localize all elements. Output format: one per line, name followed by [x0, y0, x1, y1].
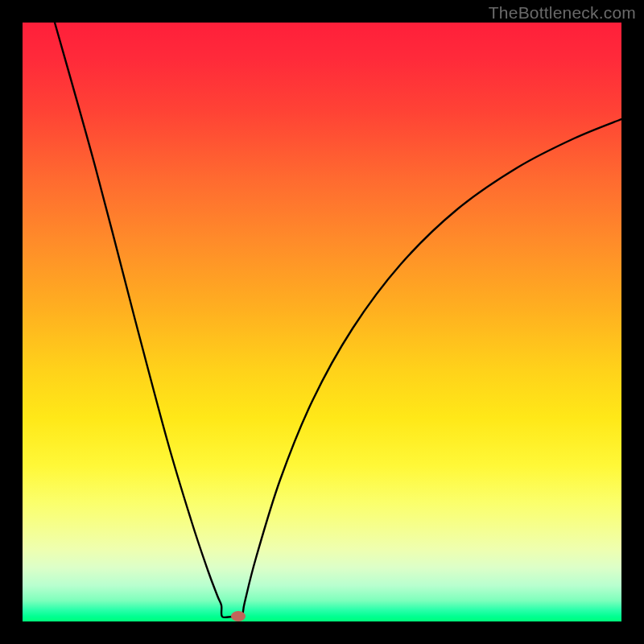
plot-area	[23, 23, 621, 621]
optimal-point-marker	[231, 611, 246, 621]
watermark-text: TheBottleneck.com	[489, 3, 636, 23]
outer-frame: TheBottleneck.com	[0, 0, 644, 644]
bottleneck-curve	[23, 23, 621, 621]
